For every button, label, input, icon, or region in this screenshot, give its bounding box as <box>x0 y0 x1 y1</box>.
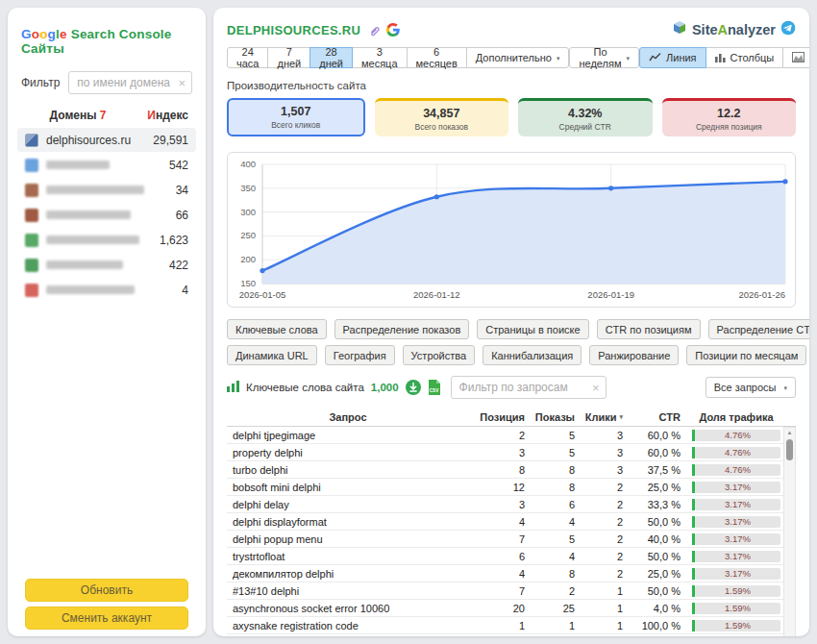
svg-text:CSV: CSV <box>429 388 438 393</box>
period-button[interactable]: 6 месяцев <box>407 47 467 68</box>
column-header[interactable]: Доля трафика <box>681 411 780 423</box>
table-row[interactable]: property delphi35360,0 %4.76% <box>227 444 796 461</box>
google-icon[interactable] <box>386 23 400 37</box>
report-tab[interactable]: География <box>325 345 395 365</box>
report-tab[interactable]: Страницы в поиске <box>477 319 588 339</box>
report-tab[interactable]: Распределение CTR <box>708 319 809 339</box>
svg-text:350: 350 <box>240 183 256 193</box>
domain-row[interactable]: 422 <box>17 253 196 277</box>
ctr-cell: 40,0 % <box>623 533 681 545</box>
table-row[interactable]: bobsoft mini delphi128225,0 %3.17% <box>227 479 796 496</box>
period-button[interactable]: 24 часа <box>227 47 268 68</box>
period-button[interactable]: 7 дней <box>267 47 310 68</box>
ctr-cell: 50,0 % <box>623 585 681 597</box>
impressions-cell: 6 <box>525 499 575 510</box>
table-scrollbar[interactable]: ▲ ▼ <box>783 427 796 636</box>
position-cell: 2 <box>469 430 525 441</box>
table-row[interactable]: декомпилятор delphi48225,0 %3.17% <box>227 565 796 582</box>
report-tab[interactable]: Каннибализация <box>483 345 582 365</box>
domain-row[interactable]: 34 <box>17 178 196 202</box>
switch-account-button[interactable]: Сменить аккаунт <box>25 607 188 630</box>
domain-filter-input[interactable] <box>75 75 178 90</box>
svg-text:250: 250 <box>240 230 256 240</box>
report-tab[interactable]: Ранжирование <box>589 345 679 365</box>
table-row[interactable]: delphi tjpegimage25360,0 %4.76% <box>227 427 796 444</box>
column-header[interactable]: Показы <box>525 411 575 423</box>
download-icon[interactable] <box>406 380 421 395</box>
telegram-icon[interactable] <box>780 20 796 39</box>
more-label: Дополнительно <box>476 52 552 63</box>
query-filter-field[interactable]: × <box>451 376 607 399</box>
table-row[interactable]: asynchronous socket error 10060202514,0 … <box>227 600 796 617</box>
stat-value: 34,857 <box>423 107 459 120</box>
chart-type-button-area[interactable]: Область <box>782 47 809 68</box>
domain-row[interactable]: 4 <box>17 278 196 302</box>
domain-row[interactable]: 542 <box>17 153 196 177</box>
report-tab[interactable]: Распределение показов <box>334 319 470 339</box>
stat-card[interactable]: 4.32%Средний CTR <box>518 98 653 136</box>
period-button[interactable]: 3 месяца <box>352 47 408 68</box>
table-row[interactable]: axysnake registration code111100,0 %1.59… <box>227 617 796 634</box>
site-favicon <box>25 234 38 247</box>
all-queries-dropdown[interactable]: Все запросы ▾ <box>706 377 796 398</box>
period-button[interactable]: 28 дней <box>309 47 353 68</box>
stat-card[interactable]: 1,507Всего кликов <box>227 98 365 136</box>
traffic-share-value: 3.17% <box>695 516 780 528</box>
ctr-cell: 33,3 % <box>623 499 681 510</box>
impressions-cell: 5 <box>525 533 575 545</box>
refresh-button[interactable]: Обновить <box>25 579 188 602</box>
column-header[interactable]: Позиция <box>469 411 525 423</box>
domain-row[interactable]: delphisources.ru29,591 <box>17 128 196 152</box>
domain-row[interactable]: 1,623 <box>17 228 196 252</box>
report-tab[interactable]: Устройства <box>403 345 476 365</box>
bar-chart-icon <box>715 52 726 64</box>
query-filter-input[interactable] <box>458 380 592 395</box>
traffic-share-value: 1.59% <box>695 620 780 632</box>
report-tab[interactable]: Ключевые слова <box>227 319 327 339</box>
performance-chart[interactable]: 1502002503003504002026-01-052026-01-1220… <box>227 152 796 308</box>
clear-icon[interactable]: × <box>592 382 600 394</box>
clear-icon[interactable]: × <box>178 77 186 89</box>
table-row[interactable]: turbo delphi88337,5 %4.76% <box>227 461 796 479</box>
report-tab[interactable]: Динамика URL <box>227 345 317 365</box>
column-header[interactable]: Запрос <box>227 411 469 423</box>
svg-text:150: 150 <box>240 278 256 288</box>
stat-value: 12.2 <box>717 107 740 120</box>
column-header[interactable]: Клики▾ <box>575 411 623 423</box>
table-row[interactable]: delphi displayformat44250,0 %3.17% <box>227 513 796 531</box>
table-row[interactable]: delphi popup menu75240,0 %3.17% <box>227 531 796 548</box>
link-icon[interactable] <box>367 24 380 37</box>
table-row[interactable]: #13#10 delphi72150,0 %1.59% <box>227 582 796 600</box>
stat-card[interactable]: 12.2Средняя позиция <box>662 98 797 136</box>
scroll-up-icon[interactable]: ▲ <box>787 428 793 437</box>
site-title: DELPHISOURCES.RU <box>227 23 360 37</box>
report-tab[interactable]: CTR по позициям <box>597 319 701 339</box>
more-periods-dropdown[interactable]: Дополнительно▾ <box>466 47 570 68</box>
chart-svg: 1502002503003504002026-01-052026-01-1220… <box>228 153 795 307</box>
domain-row[interactable]: 66 <box>17 203 196 227</box>
table-row[interactable]: delphi delay36233,3 %3.17% <box>227 496 796 513</box>
domain-filter-field[interactable]: × <box>68 71 192 94</box>
traffic-share-cell: 3.17% <box>681 499 780 510</box>
chart-type-label: Линия <box>666 52 697 63</box>
report-tab[interactable]: Позиции по месяцам <box>686 345 806 365</box>
scrollbar-thumb[interactable] <box>786 439 793 460</box>
table-row[interactable]: trystrtofloat64250,0 %3.17% <box>227 548 796 565</box>
site-favicon <box>25 284 38 297</box>
siteanalyzer-brand: SiteAnalyzer <box>672 20 796 39</box>
keywords-table-body: delphi tjpegimage25360,0 %4.76%property … <box>227 427 796 636</box>
domain-index-count: 29,591 <box>153 134 188 147</box>
stat-label: Средний CTR <box>559 122 611 132</box>
group-by-dropdown[interactable]: По неделям ▾ <box>569 47 639 68</box>
impressions-cell: 8 <box>525 568 575 580</box>
chart-type-button-line[interactable]: Линия <box>639 47 706 68</box>
table-row[interactable]: bintohex811100,0 %1.59% <box>227 634 796 636</box>
stat-card[interactable]: 34,857Всего показов <box>375 98 509 136</box>
export-csv-icon[interactable]: CSV <box>428 380 440 395</box>
column-header[interactable]: CTR <box>623 411 681 423</box>
clicks-cell: 2 <box>575 499 623 510</box>
impressions-cell: 8 <box>525 482 575 493</box>
chart-type-button-bar[interactable]: Столбцы <box>706 47 784 68</box>
main-panel: DELPHISOURCES.RU SiteAnalyzer <box>213 8 809 636</box>
traffic-share-cell: 3.17% <box>681 551 780 562</box>
